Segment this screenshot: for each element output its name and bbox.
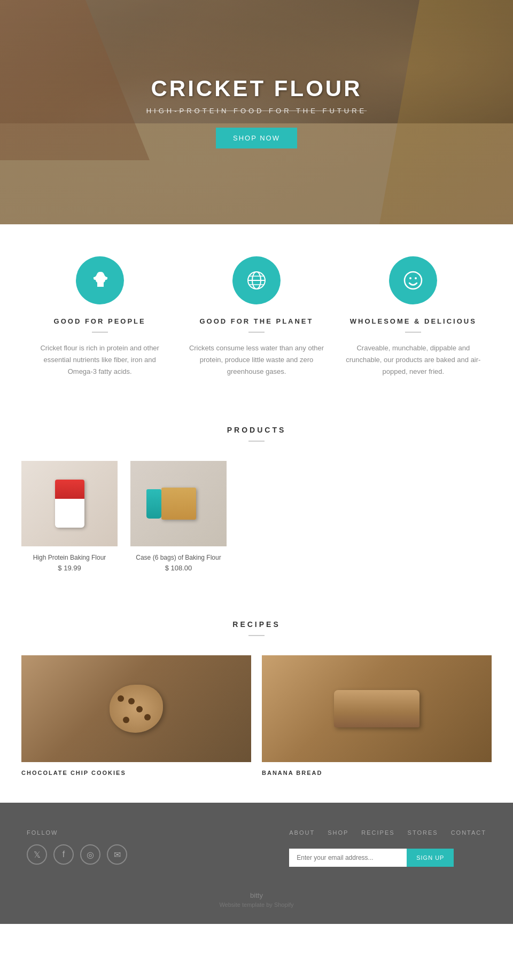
feature-people-title: GOOD FOR PEOPLE: [32, 317, 167, 325]
hero-content: CRICKET FLOUR HIGH-PROTEIN FOOD FOR THE …: [146, 76, 367, 148]
product-card-1[interactable]: Case (6 bags) of Baking Flour $ 108.00: [130, 461, 227, 572]
product-image-0: [21, 461, 118, 546]
products-divider: [248, 441, 265, 442]
email-icon[interactable]: ✉: [107, 844, 127, 865]
twitter-icon[interactable]: 𝕏: [27, 844, 47, 865]
footer-nav-recipes[interactable]: RECIPES: [361, 829, 394, 836]
bread-visual: [334, 690, 419, 727]
globe-icon-circle: [232, 256, 281, 304]
footer-nav-about[interactable]: ABOUT: [289, 829, 315, 836]
recipes-section: RECIPES CHOCOLATE CHIP COOKIES BANANA BR…: [0, 599, 513, 803]
feature-people-divider: [92, 332, 108, 333]
smile-icon: [400, 268, 426, 293]
feature-planet-divider: [248, 332, 265, 333]
feature-planet: GOOD FOR THE PLANET Crickets consume les…: [178, 256, 335, 378]
products-grid: High Protein Baking Flour $ 19.99 Case (…: [21, 461, 492, 572]
recipe-label-1: BANANA BREAD: [262, 770, 492, 776]
hero-subtitle: HIGH-PROTEIN FOOD FOR THE FUTURE: [146, 107, 367, 115]
smile-icon-circle: [389, 256, 437, 304]
products-section: PRODUCTS High Protein Baking Flour $ 19.…: [0, 404, 513, 599]
footer-brand: bitty: [27, 891, 486, 899]
footer-bottom: bitty Website template by Shopify: [27, 883, 486, 908]
recipe-image-0: [21, 655, 251, 762]
product-name-1: Case (6 bags) of Baking Flour: [130, 554, 227, 561]
email-input[interactable]: [289, 849, 407, 867]
feature-delicious-divider: [405, 332, 421, 333]
signup-button[interactable]: SIGN UP: [407, 849, 454, 867]
footer-right: ABOUT SHOP RECIPES STORES CONTACT SIGN U…: [289, 829, 486, 867]
svg-point-7: [415, 277, 417, 279]
footer-nav: ABOUT SHOP RECIPES STORES CONTACT: [289, 829, 486, 836]
product-image-1: [130, 461, 227, 546]
recipe-image-1: [262, 655, 492, 762]
hero-section: CRICKET FLOUR HIGH-PROTEIN FOOD FOR THE …: [0, 0, 513, 224]
footer-credit: Website template by Shopify: [27, 901, 486, 908]
footer-email-form: SIGN UP: [289, 849, 486, 867]
products-title: PRODUCTS: [21, 426, 492, 434]
product-card-0[interactable]: High Protein Baking Flour $ 19.99: [21, 461, 118, 572]
footer-nav-stores[interactable]: STORES: [408, 829, 438, 836]
feature-planet-title: GOOD FOR THE PLANET: [189, 317, 324, 325]
globe-icon: [244, 268, 269, 293]
hero-title: CRICKET FLOUR: [146, 76, 367, 101]
facebook-icon[interactable]: f: [53, 844, 74, 865]
svg-point-6: [409, 277, 411, 279]
recipe-card-0[interactable]: CHOCOLATE CHIP COOKIES: [21, 655, 251, 776]
feature-delicious-desc: Craveable, munchable, dippable and crunc…: [346, 342, 481, 378]
cookie-visual: [110, 685, 163, 733]
muscle-icon-circle: [76, 256, 124, 304]
product-price-0: $ 19.99: [21, 564, 118, 572]
feature-delicious-title: WHOLESOME & DELICIOUS: [346, 317, 481, 325]
feature-people: GOOD FOR PEOPLE Cricket flour is rich in…: [21, 256, 178, 378]
shop-now-button[interactable]: SHOP NOW: [216, 128, 297, 148]
recipes-grid: CHOCOLATE CHIP COOKIES BANANA BREAD: [21, 655, 492, 776]
features-section: GOOD FOR PEOPLE Cricket flour is rich in…: [0, 224, 513, 404]
footer-follow-label: FOLLOW: [27, 829, 127, 836]
recipes-divider: [248, 635, 265, 636]
footer-left: FOLLOW 𝕏 f ◎ ✉: [27, 829, 127, 865]
footer-nav-contact[interactable]: CONTACT: [451, 829, 486, 836]
product-price-1: $ 108.00: [130, 564, 227, 572]
svg-point-5: [405, 272, 422, 289]
recipe-label-0: CHOCOLATE CHIP COOKIES: [21, 770, 251, 776]
feature-planet-desc: Crickets consume less water than any oth…: [189, 342, 324, 378]
product-name-0: High Protein Baking Flour: [21, 554, 118, 561]
feature-people-desc: Cricket flour is rich in protein and oth…: [32, 342, 167, 378]
footer: FOLLOW 𝕏 f ◎ ✉ ABOUT SHOP RECIPES STORES…: [0, 803, 513, 924]
footer-top: FOLLOW 𝕏 f ◎ ✉ ABOUT SHOP RECIPES STORES…: [27, 829, 486, 867]
footer-nav-shop[interactable]: SHOP: [328, 829, 348, 836]
feature-delicious: WHOLESOME & DELICIOUS Craveable, munchab…: [335, 256, 492, 378]
muscle-icon: [87, 268, 113, 293]
instagram-icon[interactable]: ◎: [80, 844, 100, 865]
footer-social: 𝕏 f ◎ ✉: [27, 844, 127, 865]
recipe-card-1[interactable]: BANANA BREAD: [262, 655, 492, 776]
recipes-title: RECIPES: [21, 620, 492, 629]
